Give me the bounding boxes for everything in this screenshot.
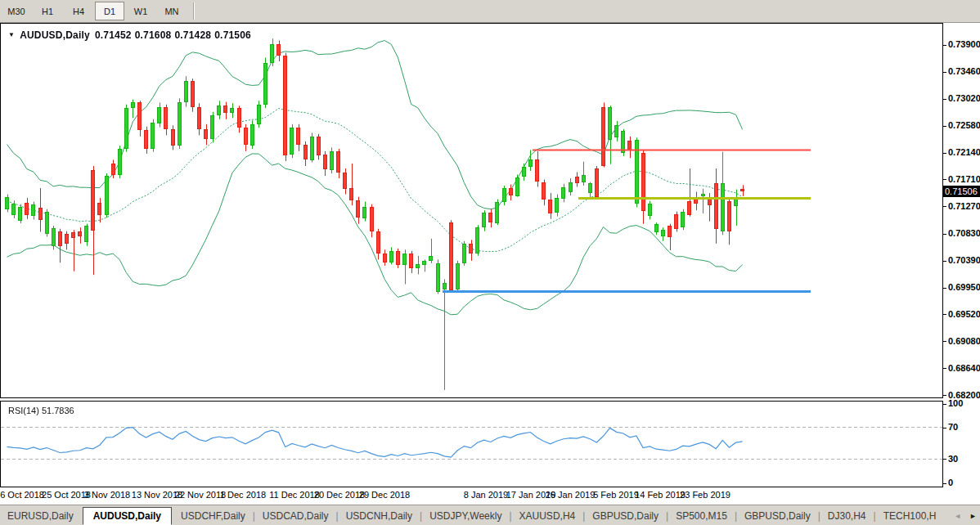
tab-scroll-arrows: ◄ ► xyxy=(954,505,977,525)
price-tick-label: 0.70830 xyxy=(943,228,980,238)
chart-tab-sp500-m15[interactable]: SP500,M15 xyxy=(668,508,735,524)
date-tick-label: 29 Dec 2018 xyxy=(359,490,410,500)
price-chart-canvas[interactable] xyxy=(1,24,942,397)
tab-scroll-left-icon[interactable]: ◄ xyxy=(954,512,961,520)
rsi-canvas[interactable] xyxy=(1,402,942,487)
main-chart-pane[interactable]: ▼ AUDUSD,Daily 0.71452 0.71608 0.71428 0… xyxy=(0,23,943,398)
rsi-value-label: RSI(14) 51.7836 xyxy=(8,406,74,415)
ohlc-high: 0.71608 xyxy=(135,29,172,41)
date-tick-label: 1 Dec 2018 xyxy=(220,490,266,500)
date-tick-label: 26 Jan 2019 xyxy=(546,490,596,500)
date-axis[interactable]: 16 Oct 201825 Oct 20183 Nov 201813 Nov 2… xyxy=(0,487,980,504)
date-tick-label: 23 Feb 2019 xyxy=(680,490,731,500)
date-tick-label: 16 Oct 2018 xyxy=(0,490,44,500)
price-tick-label: 0.71710 xyxy=(943,174,980,184)
price-tick-label: 0.73020 xyxy=(943,93,980,103)
chart-tab-bar: EURUSD,DailyAUDUSD,DailyUSDCHF,Daily|USD… xyxy=(0,505,980,525)
symbol-period-label: AUDUSD,Daily xyxy=(20,29,90,41)
date-tick-label: 8 Jan 2019 xyxy=(464,490,508,500)
chart-tab-dj30-h4[interactable]: DJ30,H4 xyxy=(820,508,874,524)
price-tick-label: 0.68640 xyxy=(943,363,980,373)
price-tick-label: 0.72580 xyxy=(943,120,980,130)
chart-tab-usdchf-daily[interactable]: USDCHF,Daily xyxy=(173,508,253,524)
ohlc-close: 0.71506 xyxy=(214,29,251,41)
date-tick-label: 22 Nov 2018 xyxy=(175,490,226,500)
timeframe-button-d1[interactable]: D1 xyxy=(95,2,124,20)
price-tick-label: 0.69080 xyxy=(943,336,980,346)
price-tick-label: 0.72140 xyxy=(943,147,980,157)
rsi-indicator-pane[interactable]: RSI(14) 51.7836 xyxy=(0,401,943,487)
chart-tab-tech100-h[interactable]: TECH100,H xyxy=(876,508,944,524)
chart-tab-usdcnh-daily[interactable]: USDCNH,Daily xyxy=(339,508,420,524)
ohlc-open: 0.71452 xyxy=(95,29,132,41)
date-tick-label: 11 Dec 2018 xyxy=(269,490,320,500)
date-tick-label: 5 Feb 2019 xyxy=(593,490,639,500)
date-tick-label: 3 Nov 2018 xyxy=(84,490,130,500)
chart-tab-gbpusd-daily[interactable]: GBPUSD,Daily xyxy=(585,508,666,524)
chart-tab-eurusd-daily[interactable]: EURUSD,Daily xyxy=(0,508,81,524)
timeframe-toolbar: M30H1H4D1W1MN xyxy=(0,0,980,23)
rsi-tick-label: 100 xyxy=(943,398,963,408)
price-tick-label: 0.69950 xyxy=(943,282,980,292)
toolbar-divider xyxy=(193,2,195,20)
timeframe-button-h1[interactable]: H1 xyxy=(33,2,62,20)
timeframe-button-h4[interactable]: H4 xyxy=(64,2,93,20)
date-tick-label: 14 Feb 2019 xyxy=(635,490,686,500)
ohlc-low: 0.71428 xyxy=(174,29,211,41)
price-tick-label: 0.73460 xyxy=(943,66,980,76)
chart-tab-xauusd-h4[interactable]: XAUUSD,H4 xyxy=(512,508,583,524)
rsi-tick-label: 0 xyxy=(943,478,953,487)
date-tick-label: 20 Dec 2018 xyxy=(314,490,365,500)
chart-tab-gbpusd-daily[interactable]: GBPUSD,Daily xyxy=(737,508,818,524)
timeframe-button-w1[interactable]: W1 xyxy=(126,2,155,20)
price-tick-label: 0.71270 xyxy=(943,201,980,211)
chevron-down-icon: ▼ xyxy=(8,31,15,38)
mt4-window: M30H1H4D1W1MN ▼ AUDUSD,Daily 0.71452 0.7… xyxy=(0,0,980,525)
price-tick-label: 0.70390 xyxy=(943,255,980,265)
rsi-tick-label: 30 xyxy=(943,454,958,464)
timeframe-button-m30[interactable]: M30 xyxy=(2,2,31,20)
price-tick-label: 0.73900 xyxy=(943,39,980,49)
price-axis[interactable]: 0.739000.734600.730200.725800.721400.717… xyxy=(943,23,980,487)
chart-tab-usdjpy-weekly[interactable]: USDJPY,Weekly xyxy=(422,508,509,524)
tab-scroll-right-icon[interactable]: ► xyxy=(969,512,977,520)
price-tick-label: 0.69520 xyxy=(943,309,980,319)
chart-title: ▼ AUDUSD,Daily 0.71452 0.71608 0.71428 0… xyxy=(8,29,251,41)
current-price-tag: 0.71506 xyxy=(943,186,980,197)
chart-tab-usdcad-daily[interactable]: USDCAD,Daily xyxy=(255,508,336,524)
timeframe-button-mn[interactable]: MN xyxy=(157,2,187,20)
chart-tab-audusd-daily[interactable]: AUDUSD,Daily xyxy=(83,507,172,525)
rsi-tick-label: 70 xyxy=(943,422,958,432)
